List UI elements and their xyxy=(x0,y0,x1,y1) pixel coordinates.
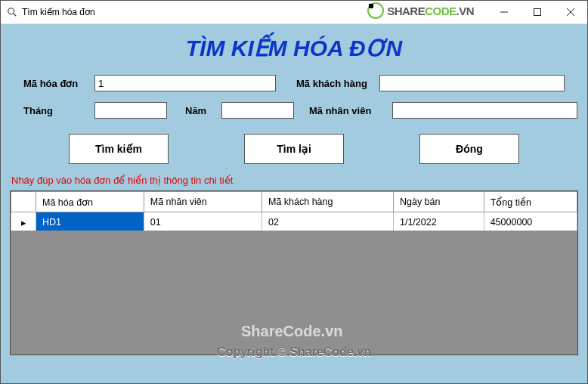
input-ma-khach-hang[interactable] xyxy=(379,75,565,91)
cell-ngay-ban[interactable]: 1/1/2022 xyxy=(393,212,484,233)
col-ma-nhan-vien[interactable]: Mã nhân viên xyxy=(144,192,262,212)
label-thang: Tháng xyxy=(23,105,87,116)
search-button[interactable]: Tìm kiếm xyxy=(69,134,169,164)
search-form: Mã hóa đơn Mã khách hàng Tháng Năm Mã nh… xyxy=(1,75,587,119)
maximize-button[interactable] xyxy=(521,1,554,23)
hint-text: Nháy đúp vào hóa đơn để hiển thị thông t… xyxy=(1,164,587,190)
label-ma-hoa-don: Mã hóa đơn xyxy=(23,78,87,89)
close-form-button[interactable]: Đóng xyxy=(419,134,519,164)
search-icon xyxy=(7,7,17,17)
col-ngay-ban[interactable]: Ngày bán xyxy=(393,192,484,212)
titlebar: Tìm kiếm hóa đơn SHARECODE.VN xyxy=(1,1,587,24)
input-ma-nhan-vien[interactable] xyxy=(392,102,577,119)
cell-ma-nhan-vien[interactable]: 01 xyxy=(144,212,262,233)
svg-line-1 xyxy=(14,14,17,17)
col-tong-tien[interactable]: Tổng tiền xyxy=(484,192,577,212)
grid-header-row: Mã hóa đơn Mã nhân viên Mã khách hàng Ng… xyxy=(11,192,577,212)
table-row[interactable]: ▸ HD1 01 02 1/1/2022 45000000 xyxy=(11,212,577,233)
label-nam: Năm xyxy=(185,105,214,116)
close-button[interactable] xyxy=(554,1,587,23)
app-window: Tìm kiếm hóa đơn SHARECODE.VN TÌM KIẾM H… xyxy=(0,0,588,384)
label-ma-khach-hang: Mã khách hàng xyxy=(296,78,372,89)
grid-corner xyxy=(11,192,36,212)
results-grid[interactable]: Mã hóa đơn Mã nhân viên Mã khách hàng Ng… xyxy=(10,190,578,355)
cell-ma-hoa-don[interactable]: HD1 xyxy=(36,212,144,233)
input-thang[interactable] xyxy=(94,102,167,119)
input-nam[interactable] xyxy=(221,102,294,119)
cell-tong-tien[interactable]: 45000000 xyxy=(484,212,577,233)
reset-button[interactable]: Tìm lại xyxy=(244,134,344,164)
row-indicator-icon: ▸ xyxy=(11,212,36,233)
svg-point-0 xyxy=(8,8,14,14)
grid-empty-area: ShareCode.vn ShareCode.vn xyxy=(11,231,577,355)
input-ma-hoa-don[interactable] xyxy=(94,75,276,91)
cell-ma-khach-hang[interactable]: 02 xyxy=(262,212,394,233)
watermark-1: ShareCode.vn xyxy=(241,323,342,340)
minimize-button[interactable] xyxy=(487,1,521,23)
page-title: TÌM KIẾM HÓA ĐƠN xyxy=(1,24,587,75)
button-row: Tìm kiếm Tìm lại Đóng xyxy=(1,129,587,164)
col-ma-khach-hang[interactable]: Mã khách hàng xyxy=(262,192,394,212)
window-title: Tìm kiếm hóa đơn xyxy=(22,7,95,17)
col-ma-hoa-don[interactable]: Mã hóa đơn xyxy=(36,192,144,212)
window-controls xyxy=(487,1,587,23)
svg-rect-3 xyxy=(534,9,541,16)
label-ma-nhan-vien: Mã nhân viên xyxy=(309,105,385,116)
